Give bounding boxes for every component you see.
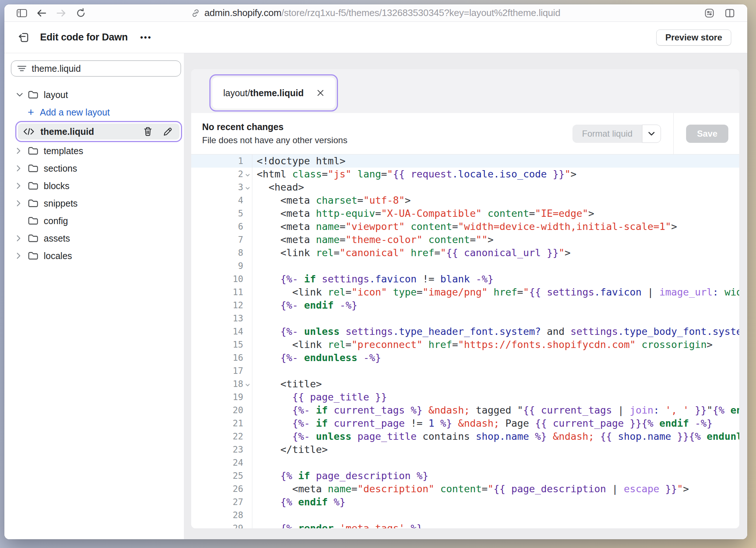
code-line-20[interactable]: 20 {%- if current_tags %} &ndash; tagged…	[191, 404, 739, 417]
code-content[interactable]: {% render 'meta-tags' %}	[252, 522, 422, 528]
code-content[interactable]	[252, 456, 257, 469]
code-line-21[interactable]: 21 {%- if current_page != 1 %} &ndash; P…	[191, 417, 739, 430]
code-line-29[interactable]: 29 {% render 'meta-tags' %}	[191, 522, 739, 528]
code-line-4[interactable]: 4 <meta charset="utf-8">	[191, 194, 739, 207]
code-line-1[interactable]: 1<!doctype html>	[191, 154, 739, 168]
code-line-5[interactable]: 5 <meta http-equiv="X-UA-Compatible" con…	[191, 207, 739, 220]
preview-store-button[interactable]: Preview store	[656, 30, 731, 46]
browser-sidebar-toggle-icon[interactable]	[15, 6, 29, 20]
code-content[interactable]: </title>	[252, 443, 328, 456]
code-content[interactable]: <link rel="preconnect" href="https://fon…	[252, 338, 713, 351]
code-line-17[interactable]: 17	[191, 364, 739, 377]
exit-editor-icon[interactable]	[17, 31, 30, 44]
code-content[interactable]: {%- endunless -%}	[252, 351, 381, 364]
line-number: 20	[233, 405, 243, 415]
more-options-button[interactable]: •••	[140, 33, 152, 42]
sidebar-folder-layout[interactable]: layout	[4, 86, 184, 103]
sidebar-folder-sections[interactable]: sections	[4, 160, 184, 177]
fold-toggle-icon[interactable]	[243, 377, 252, 391]
code-content[interactable]: <head>	[252, 181, 304, 194]
browser-extensions-icon[interactable]	[702, 6, 717, 20]
code-line-9[interactable]: 9	[191, 259, 739, 273]
code-line-2[interactable]: 2<html class="js" lang="{{ request.local…	[191, 168, 739, 181]
code-line-25[interactable]: 25 {% if page_description %}	[191, 469, 739, 482]
code-line-8[interactable]: 8 <link rel="canonical" href="{{ canonic…	[191, 246, 739, 259]
code-content[interactable]: <html class="js" lang="{{ request.locale…	[252, 168, 576, 181]
code-content[interactable]: <meta name="viewport" content="width=dev…	[252, 220, 677, 233]
fold-toggle-icon[interactable]	[243, 181, 252, 194]
code-line-11[interactable]: 11 <link rel="icon" type="image/png" hre…	[191, 286, 739, 299]
code-line-23[interactable]: 23 </title>	[191, 443, 739, 456]
reload-button-icon[interactable]	[74, 6, 88, 20]
back-button-icon[interactable]	[34, 6, 49, 20]
code-line-15[interactable]: 15 <link rel="preconnect" href="https://…	[191, 338, 739, 351]
code-content[interactable]: <meta charset="utf-8">	[252, 194, 411, 207]
fold-toggle-icon[interactable]	[243, 168, 252, 181]
code-content[interactable]	[252, 312, 257, 325]
code-content[interactable]: <meta name="theme-color" content="">	[252, 233, 493, 246]
code-content[interactable]: {%- endif -%}	[252, 299, 357, 312]
tab-layout-theme-liquid[interactable]: layout/theme.liquid	[212, 77, 335, 109]
code-line-6[interactable]: 6 <meta name="viewport" content="width=d…	[191, 220, 739, 233]
chevron-right-icon[interactable]	[16, 182, 28, 189]
code-line-24[interactable]: 24	[191, 456, 739, 469]
chevron-down-icon[interactable]	[16, 92, 28, 97]
sidebar-file-theme-liquid[interactable]: theme.liquid	[4, 121, 184, 142]
delete-file-icon[interactable]	[143, 126, 153, 137]
sidebar-folder-snippets[interactable]: snippets	[4, 195, 184, 212]
code-content[interactable]: {%- if current_page != 1 %} &ndash; Page…	[252, 417, 713, 430]
sidebar-folder-config[interactable]: config	[4, 212, 184, 230]
code-line-26[interactable]: 26 <meta name="description" content="{{ …	[191, 482, 739, 496]
code-content[interactable]: {% if page_description %}	[252, 469, 428, 482]
code-line-16[interactable]: 16 {%- endunless -%}	[191, 351, 739, 364]
save-button[interactable]: Save	[686, 125, 728, 143]
code-line-7[interactable]: 7 <meta name="theme-color" content="">	[191, 233, 739, 246]
code-content[interactable]: <!doctype html>	[252, 154, 346, 168]
code-editor[interactable]: 1<!doctype html>2<html class="js" lang="…	[191, 154, 739, 528]
code-content[interactable]	[252, 259, 257, 273]
code-content[interactable]	[252, 509, 257, 522]
code-line-3[interactable]: 3 <head>	[191, 181, 739, 194]
code-content[interactable]: {{ page_title }}	[252, 391, 387, 404]
code-line-13[interactable]: 13	[191, 312, 739, 325]
code-content[interactable]: {% endif %}	[252, 496, 346, 509]
code-line-22[interactable]: 22 {%- unless page_title contains shop.n…	[191, 430, 739, 443]
split-view-icon[interactable]	[722, 6, 737, 20]
code-content[interactable]: <link rel="canonical" href="{{ canonical…	[252, 246, 571, 259]
code-content[interactable]: <link rel="icon" type="image/png" href="…	[252, 286, 739, 299]
code-line-28[interactable]: 28	[191, 509, 739, 522]
code-line-19[interactable]: 19 {{ page_title }}	[191, 391, 739, 404]
code-line-12[interactable]: 12 {%- endif -%}	[191, 299, 739, 312]
tab-strip: layout/theme.liquid	[191, 69, 739, 113]
add-new-layout-button[interactable]: +Add a new layout	[4, 103, 184, 121]
chevron-right-icon[interactable]	[16, 200, 28, 207]
chevron-right-icon[interactable]	[16, 165, 28, 172]
code-content[interactable]: {%- unless settings.type_header_font.sys…	[252, 325, 739, 338]
format-options-dropdown[interactable]	[642, 125, 661, 143]
selected-file-item[interactable]: theme.liquid	[18, 124, 180, 140]
forward-button-icon[interactable]	[54, 6, 68, 20]
code-content[interactable]: {%- if current_tags %} &ndash; tagged "{…	[252, 404, 739, 417]
file-search-input[interactable]: theme.liquid	[11, 60, 181, 77]
code-line-18[interactable]: 18 <title>	[191, 377, 739, 391]
code-line-10[interactable]: 10 {%- if settings.favicon != blank -%}	[191, 273, 739, 286]
chevron-right-icon[interactable]	[16, 252, 28, 259]
code-line-27[interactable]: 27 {% endif %}	[191, 496, 739, 509]
code-content[interactable]: <title>	[252, 377, 322, 391]
code-content[interactable]	[252, 364, 257, 377]
format-liquid-button[interactable]: Format liquid	[572, 125, 642, 143]
code-content[interactable]: {%- if settings.favicon != blank -%}	[252, 273, 493, 286]
address-bar[interactable]: admin.shopify.com/store/rzq1xu-f5/themes…	[4, 4, 747, 21]
code-content[interactable]: <meta name="description" content="{{ pag…	[252, 482, 689, 496]
sidebar-folder-templates[interactable]: templates	[4, 142, 184, 160]
sidebar-folder-assets[interactable]: assets	[4, 230, 184, 247]
rename-file-icon[interactable]	[163, 126, 173, 137]
code-line-14[interactable]: 14 {%- unless settings.type_header_font.…	[191, 325, 739, 338]
sidebar-folder-blocks[interactable]: blocks	[4, 177, 184, 195]
chevron-right-icon[interactable]	[16, 235, 28, 242]
code-content[interactable]: <meta http-equiv="X-UA-Compatible" conte…	[252, 207, 594, 220]
close-tab-icon[interactable]	[317, 89, 324, 97]
chevron-right-icon[interactable]	[16, 147, 28, 154]
code-content[interactable]: {%- unless page_title contains shop.name…	[252, 430, 739, 443]
sidebar-folder-locales[interactable]: locales	[4, 247, 184, 265]
